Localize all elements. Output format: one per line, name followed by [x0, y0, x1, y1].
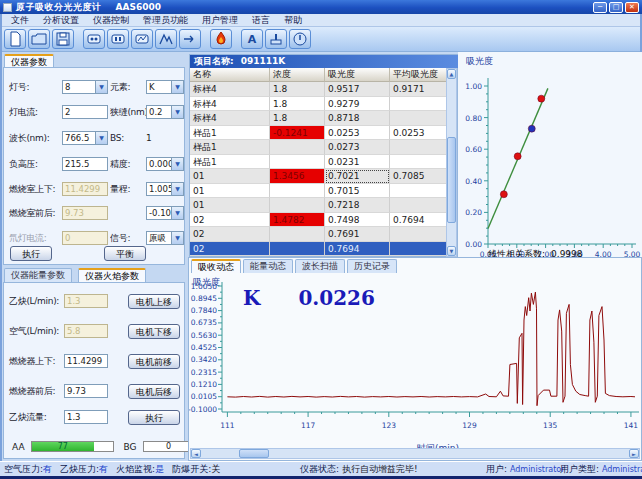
cell-name[interactable]: 样品1 [190, 140, 270, 155]
param-field[interactable]: 2 [62, 105, 108, 119]
menu-item[interactable]: 管理员功能 [136, 14, 195, 27]
minimize-button[interactable]: ─ [593, 2, 607, 13]
cell-concentration[interactable]: 1.8 [270, 111, 325, 126]
toolbar-button-beam-switch[interactable] [179, 29, 201, 49]
param-field-2[interactable]: 0.2▼ [146, 105, 184, 119]
results-vscroll-thumb[interactable] [447, 137, 456, 223]
cell-absorbance[interactable]: 0.7498 [325, 213, 390, 228]
cell-concentration[interactable]: 1.4782 [270, 213, 325, 228]
param-field[interactable]: 215.5 [62, 157, 108, 171]
cell-average[interactable]: 0.0253 [390, 126, 448, 141]
cell-concentration[interactable]: 1.8 [270, 97, 325, 112]
tab-flame-params[interactable]: 仪器火焰参数 [78, 268, 146, 282]
toolbar-button-auto-gain[interactable]: A [241, 29, 263, 49]
cell-name[interactable]: 01 [190, 198, 270, 213]
table-row[interactable]: 010.7218 [190, 198, 448, 213]
table-row[interactable]: 021.47820.74980.7694 [190, 213, 448, 228]
toolbar-button-lamp-select[interactable] [83, 29, 105, 49]
cell-concentration[interactable] [270, 198, 325, 213]
chevron-down-icon[interactable]: ▼ [95, 132, 107, 144]
cell-absorbance[interactable]: 0.7015 [325, 184, 390, 199]
chevron-down-icon[interactable]: ▼ [171, 81, 183, 93]
table-row[interactable]: 样品10.0273 [190, 140, 448, 155]
flame-value-input[interactable]: 9.73 [64, 384, 108, 398]
scroll-up-icon[interactable]: ▲ [447, 69, 456, 79]
chevron-down-icon[interactable]: ▼ [95, 81, 107, 93]
cell-name[interactable]: 标样4 [190, 111, 270, 126]
toolbar-button-lamp-energy[interactable] [131, 29, 153, 49]
cell-name[interactable]: 样品1 [190, 155, 270, 170]
table-row[interactable]: 标样41.80.95170.9171 [190, 82, 448, 97]
cell-average[interactable] [390, 227, 448, 242]
table-row[interactable]: 样品10.0231 [190, 155, 448, 170]
dynamics-hscroll-thumb[interactable] [239, 449, 269, 458]
cell-absorbance[interactable]: 0.7691 [325, 227, 390, 242]
table-row[interactable]: 样品1-0.12410.02530.0253 [190, 126, 448, 141]
cell-average[interactable] [390, 140, 448, 155]
tab-dynamics-3[interactable]: 历史记录 [347, 259, 397, 273]
scroll-right-icon[interactable]: ► [629, 449, 639, 458]
scroll-left-icon[interactable]: ◄ [191, 449, 201, 458]
maximize-button[interactable]: □ [609, 2, 623, 13]
param-field-2[interactable]: 1.0050▼ [146, 182, 184, 196]
cell-name[interactable]: 01 [190, 184, 270, 199]
toolbar-button-new-document[interactable] [4, 29, 26, 49]
cell-name[interactable]: 样品1 [190, 126, 270, 141]
param-field-2[interactable]: -0.1000▼ [146, 206, 184, 220]
cell-name[interactable]: 02 [190, 242, 270, 257]
column-header[interactable]: 平均吸光度 [390, 68, 448, 82]
cell-concentration[interactable] [270, 227, 325, 242]
cell-average[interactable] [390, 111, 448, 126]
flame-action-button[interactable]: 执行 [128, 410, 180, 425]
param-field-2[interactable]: K▼ [146, 80, 184, 94]
chevron-down-icon[interactable]: ▼ [171, 207, 183, 219]
cell-absorbance[interactable]: 0.0273 [325, 140, 390, 155]
chevron-down-icon[interactable]: ▼ [171, 106, 183, 118]
toolbar-button-open-folder[interactable] [28, 29, 50, 49]
cell-concentration[interactable]: -0.1241 [270, 126, 325, 141]
cell-concentration[interactable] [270, 242, 325, 257]
cell-concentration[interactable] [270, 155, 325, 170]
balance-button[interactable]: 平衡 [104, 246, 146, 261]
cell-average[interactable] [390, 155, 448, 170]
scroll-down-icon[interactable]: ▼ [447, 246, 456, 256]
tab-dynamics-2[interactable]: 波长扫描 [295, 259, 345, 273]
flame-action-button[interactable]: 电机上移 [128, 294, 180, 309]
flame-action-button[interactable]: 电机后移 [128, 384, 180, 399]
table-row[interactable]: 020.7691 [190, 227, 448, 242]
menu-item[interactable]: 用户管理 [195, 14, 245, 27]
menu-item[interactable]: 分析设置 [36, 14, 86, 27]
cell-absorbance[interactable]: 0.0231 [325, 155, 390, 170]
cell-absorbance[interactable]: 0.9279 [325, 97, 390, 112]
chevron-down-icon[interactable]: ▼ [171, 183, 183, 195]
flame-action-button[interactable]: 电机下移 [128, 324, 180, 339]
cell-absorbance[interactable]: 0.7218 [325, 198, 390, 213]
toolbar-button-burner-position[interactable] [265, 29, 287, 49]
tab-energy-params[interactable]: 仪器能量参数 [4, 268, 72, 282]
cell-concentration[interactable] [270, 140, 325, 155]
chevron-down-icon[interactable]: ▼ [171, 158, 183, 170]
toolbar-button-power[interactable] [289, 29, 311, 49]
cell-average[interactable]: 0.7694 [390, 213, 448, 228]
cell-name[interactable]: 02 [190, 213, 270, 228]
cell-absorbance[interactable]: 0.7694 [325, 242, 390, 257]
column-header[interactable]: 名称 [190, 68, 270, 82]
flame-value-input[interactable]: 11.4299 [64, 354, 108, 368]
cell-absorbance[interactable]: 0.0253 [325, 126, 390, 141]
toolbar-button-save[interactable] [52, 29, 74, 49]
flame-value-input[interactable]: 1.3 [64, 410, 108, 424]
dynamics-hscrollbar[interactable]: ◄ ► [190, 448, 640, 459]
cell-name[interactable]: 01 [190, 169, 270, 184]
menu-item[interactable]: 仪器控制 [86, 14, 136, 27]
cell-concentration[interactable]: 1.3456 [270, 169, 325, 184]
cell-absorbance[interactable]: 0.8718 [325, 111, 390, 126]
param-field-2[interactable]: 原吸▼ [146, 231, 184, 245]
menu-item[interactable]: 文件 [4, 14, 36, 27]
cell-name[interactable]: 标样4 [190, 97, 270, 112]
param-field[interactable]: 8▼ [62, 80, 108, 94]
column-header[interactable]: 浓度 [270, 68, 325, 82]
table-row[interactable]: 标样41.80.8718 [190, 111, 448, 126]
cell-average[interactable] [390, 242, 448, 257]
flame-action-button[interactable]: 电机前移 [128, 354, 180, 369]
close-button[interactable]: ✕ [625, 2, 639, 13]
